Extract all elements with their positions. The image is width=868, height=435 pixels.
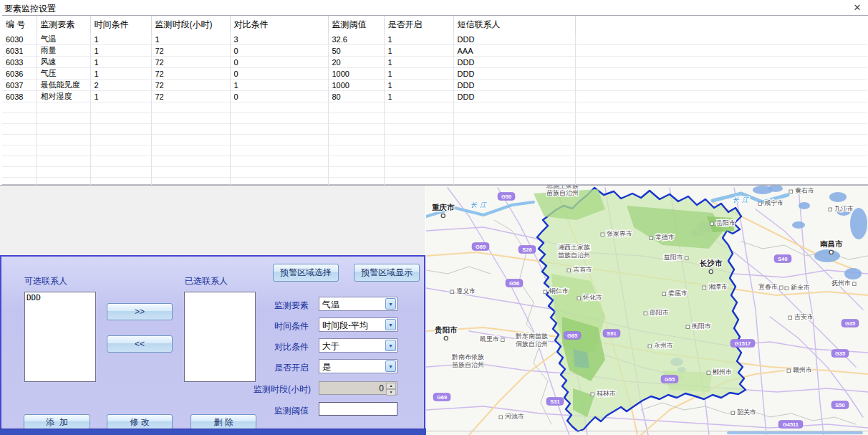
column-header[interactable]: 时间条件: [90, 16, 151, 34]
move-left-button[interactable]: <<: [107, 335, 173, 353]
road-badge: G35: [831, 350, 849, 358]
table-row-empty[interactable]: [2, 167, 867, 178]
svg-text:G69: G69: [476, 244, 486, 250]
table-row[interactable]: 6038相对湿度1720801DDD: [2, 91, 867, 102]
svg-text:S40: S40: [778, 256, 787, 262]
table-row[interactable]: 6037最低能见度272110001DDD: [2, 80, 867, 91]
cell-filler: [575, 57, 867, 68]
river-label: 长江: [733, 196, 751, 204]
cell: [37, 113, 90, 124]
road-badge: S31: [546, 398, 564, 406]
enabled-value: 是: [322, 361, 331, 373]
threshold-input[interactable]: [319, 402, 397, 416]
map-horizontal-scrollbar[interactable]: [727, 431, 863, 434]
cell: [230, 124, 328, 135]
cell: 1: [384, 80, 453, 91]
svg-text:益阳市: 益阳市: [664, 254, 683, 261]
table-row[interactable]: 6036气压172010001DDD: [2, 68, 867, 80]
svg-text:永州市: 永州市: [654, 342, 673, 349]
cell: 3: [230, 34, 328, 45]
svg-text:苗族自治州: 苗族自治州: [546, 189, 579, 196]
cell: [384, 167, 453, 178]
map-city-label: 贵阳市: [434, 325, 458, 340]
selected-contacts-list[interactable]: [184, 292, 256, 382]
close-icon[interactable]: ✕: [851, 2, 864, 14]
table-row-empty[interactable]: [2, 113, 867, 124]
road-badge: G69: [433, 393, 450, 401]
chevron-down-icon[interactable]: ▼: [385, 360, 396, 372]
svg-text:G65: G65: [567, 333, 577, 339]
column-header[interactable]: 短信联系人: [453, 16, 575, 34]
column-header[interactable]: 对比条件: [230, 16, 328, 34]
cell: [151, 124, 230, 135]
map-city-label: 苗族自治州: [452, 361, 484, 368]
period-hours-spinner[interactable]: 0 ▲▼: [319, 381, 397, 395]
warn-area-show-button[interactable]: 预警区域显示: [354, 264, 420, 282]
element-select[interactable]: 气温 ▼: [319, 297, 397, 311]
compare-cond-select[interactable]: 大于 ▼: [319, 338, 397, 353]
warn-area-select-button[interactable]: 预警区域选择: [273, 264, 339, 282]
cell-filler: [575, 102, 867, 113]
column-header[interactable]: 监测时段(小时): [151, 16, 230, 34]
move-right-button[interactable]: >>: [107, 303, 173, 320]
table-row-empty[interactable]: [2, 135, 867, 145]
road-badge: S40: [774, 255, 791, 263]
spinner-down-icon[interactable]: ▼: [386, 389, 396, 396]
delete-button[interactable]: 删 除: [191, 414, 256, 430]
column-header[interactable]: 编 号: [2, 16, 37, 34]
table-header-row: 编 号监测要素时间条件监测时段(小时)对比条件监测阈值是否开启短信联系人: [2, 16, 867, 34]
cell: 72: [151, 80, 230, 91]
cell: [2, 124, 37, 135]
cell: 50: [328, 45, 384, 57]
road-badge: S26: [519, 246, 536, 254]
list-item[interactable]: DDD: [25, 292, 95, 303]
settings-panel: 可选联系人 已选联系人 DDD >> << 预警区域选择 预警区域显示 监测要素…: [0, 255, 425, 430]
cell: [230, 135, 328, 145]
chevron-down-icon[interactable]: ▼: [385, 319, 396, 330]
time-cond-value: 时间段-平均: [322, 320, 368, 332]
cell: [384, 135, 453, 145]
cell: 风速: [37, 57, 90, 68]
table-row-empty[interactable]: [2, 156, 867, 167]
cell: 1: [384, 45, 453, 57]
chevron-down-icon[interactable]: ▼: [385, 298, 396, 310]
column-header[interactable]: 监测阈值: [328, 16, 384, 34]
table-row-empty[interactable]: [2, 124, 867, 135]
table-row[interactable]: 6031雨量1720501AAA: [2, 45, 867, 57]
cell-filler: [575, 80, 867, 91]
available-contacts-list[interactable]: DDD: [24, 292, 96, 382]
chevron-down-icon[interactable]: ▼: [385, 340, 396, 351]
map-view[interactable]: G50G69S26G56G65S91S31G69S40G1517G35G35G5…: [426, 186, 868, 435]
table-row-empty[interactable]: [2, 145, 867, 156]
table-row-empty[interactable]: [2, 102, 867, 113]
cell: [453, 113, 575, 124]
svg-text:娄底市: 娄底市: [668, 290, 688, 297]
cell-filler: [575, 135, 867, 145]
map-city-label: 吉安市: [789, 313, 814, 320]
svg-text:湘潭市: 湘潭市: [708, 283, 728, 290]
enabled-select[interactable]: 是 ▼: [319, 359, 397, 373]
column-header[interactable]: 是否开启: [384, 16, 453, 34]
cell: [37, 167, 90, 178]
cell: 1: [90, 68, 151, 80]
table-row[interactable]: 6033风速1720201DDD: [2, 57, 867, 68]
modify-button[interactable]: 修 改: [107, 414, 173, 430]
column-header[interactable]: 监测要素: [37, 16, 90, 34]
svg-text:九江市: 九江市: [834, 205, 854, 212]
svg-text:侗族自治州: 侗族自治州: [516, 340, 548, 348]
cell-filler: [575, 124, 867, 135]
time-cond-select[interactable]: 时间段-平均 ▼: [319, 317, 397, 332]
svg-text:长沙市: 长沙市: [699, 259, 723, 267]
table-row[interactable]: 6030气温11332.61DDD: [2, 34, 867, 45]
add-button[interactable]: 添 加: [24, 414, 90, 430]
column-header-filler: [575, 16, 867, 34]
svg-text:G55: G55: [665, 376, 675, 383]
cell: 1: [90, 57, 151, 68]
map-canvas[interactable]: G50G69S26G56G65S91S31G69S40G1517G35G35G5…: [426, 186, 868, 435]
cell: 6036: [2, 68, 37, 80]
cell: [328, 156, 384, 167]
spinner-up-icon[interactable]: ▲: [386, 383, 396, 389]
cell: [90, 102, 151, 113]
cell: [2, 102, 37, 113]
cell-filler: [575, 34, 867, 45]
